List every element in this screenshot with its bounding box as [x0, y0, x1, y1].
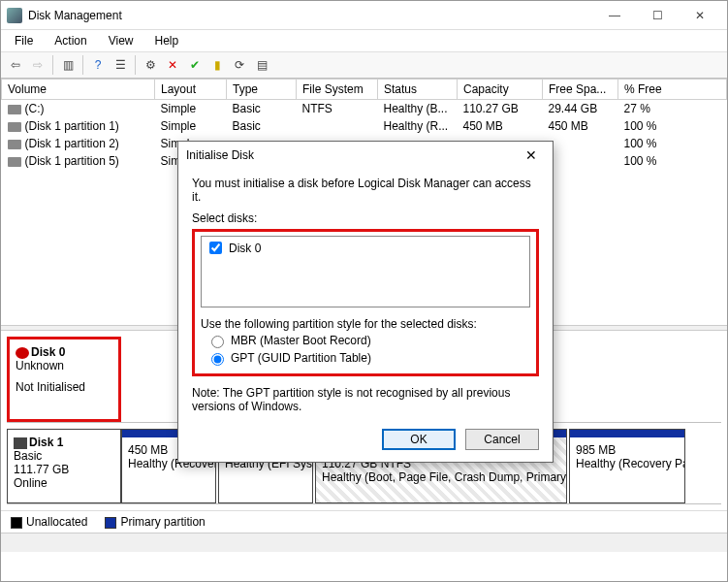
gpt-radio-row[interactable]: GPT (GUID Partition Table) — [206, 350, 530, 366]
properties-button[interactable]: ☰ — [110, 54, 131, 76]
legend-unalloc: Unallocated — [26, 515, 87, 529]
disk0-type: Unknown — [16, 359, 112, 372]
dialog-title: Initialise Disk — [186, 148, 518, 162]
col-layout[interactable]: Layout — [155, 80, 227, 100]
show-hide-button[interactable]: ▥ — [57, 54, 79, 76]
legend-unalloc-swatch — [11, 517, 22, 529]
check-button[interactable]: ✔ — [184, 54, 206, 76]
select-disks-label: Select disks: — [192, 211, 539, 225]
mbr-radio-row[interactable]: MBR (Master Boot Record) — [206, 333, 530, 348]
gpt-label: GPT (GUID Partition Table) — [231, 351, 371, 365]
disk0-info[interactable]: Disk 0 Unknown Not Initialised — [7, 337, 121, 422]
window-title: Disk Management — [28, 9, 593, 22]
help-button[interactable]: ? — [87, 54, 109, 76]
gpt-radio[interactable] — [211, 353, 224, 366]
menu-help[interactable]: Help — [145, 32, 189, 49]
back-button[interactable]: ⇦ — [5, 54, 26, 76]
ok-button[interactable]: OK — [382, 429, 456, 450]
mbr-label: MBR (Master Boot Record) — [231, 334, 371, 347]
col-fs[interactable]: File System — [297, 80, 378, 100]
disk1-size: 111.77 GB — [14, 463, 114, 476]
col-free[interactable]: Free Spa... — [543, 80, 618, 100]
disk1-type: Basic — [14, 449, 114, 463]
delete-button[interactable]: ✕ — [162, 54, 183, 76]
col-type[interactable]: Type — [227, 80, 297, 100]
dialog-red-frame: Disk 0 Use the following partition style… — [192, 229, 539, 376]
settings-button[interactable]: ⚙ — [140, 54, 161, 76]
menu-bar: File Action View Help — [1, 30, 727, 51]
table-row[interactable]: (C:)SimpleBasicNTFSHealthy (B...110.27 G… — [2, 100, 727, 118]
menu-file[interactable]: File — [5, 32, 43, 49]
disk1-info[interactable]: Disk 1 Basic 111.77 GB Online — [7, 429, 121, 503]
volume-icon — [8, 157, 21, 167]
menu-action[interactable]: Action — [45, 32, 96, 49]
divider — [135, 55, 136, 75]
close-button[interactable]: ✕ — [679, 2, 721, 29]
initialise-disk-dialog: Initialise Disk ✕ You must initialise a … — [177, 141, 554, 463]
disk-icon — [14, 437, 27, 449]
app-icon — [7, 8, 22, 23]
dialog-note: Note: The GPT partition style is not rec… — [192, 386, 539, 413]
col-status[interactable]: Status — [378, 80, 458, 100]
disk0-checkbox-row[interactable]: Disk 0 — [206, 239, 525, 257]
table-row[interactable]: (Disk 1 partition 1)SimpleBasicHealthy (… — [2, 117, 727, 135]
dialog-titlebar[interactable]: Initialise Disk ✕ — [178, 142, 553, 169]
cancel-button[interactable]: Cancel — [465, 429, 539, 450]
partition-style-label: Use the following partition style for th… — [201, 317, 530, 331]
list-button[interactable]: ▤ — [251, 54, 272, 76]
divider — [52, 55, 53, 75]
disk0-name: Disk 0 — [31, 345, 65, 359]
disk1-name: Disk 1 — [29, 436, 63, 449]
disk-select-list[interactable]: Disk 0 — [201, 236, 530, 307]
toolbar: ⇦ ⇨ ▥ ? ☰ ⚙ ✕ ✔ ▮ ⟳ ▤ — [1, 51, 727, 79]
dialog-message: You must initialise a disk before Logica… — [192, 177, 539, 204]
status-bar — [1, 533, 727, 552]
disk0-status: Not Initialised — [16, 380, 112, 394]
title-bar: Disk Management — ☐ ✕ — [1, 1, 727, 30]
legend: Unallocated Primary partition — [1, 510, 727, 533]
col-pct[interactable]: % Free — [618, 80, 727, 100]
volume-icon — [8, 122, 21, 132]
mbr-radio[interactable] — [211, 336, 224, 348]
disk-error-icon — [16, 347, 29, 359]
disk0-option-label: Disk 0 — [229, 242, 261, 255]
maximize-button[interactable]: ☐ — [636, 2, 679, 29]
menu-view[interactable]: View — [99, 32, 143, 49]
disk1-status: Online — [14, 476, 114, 490]
col-capacity[interactable]: Capacity — [458, 80, 543, 100]
legend-primary-swatch — [105, 517, 116, 529]
dialog-close-button[interactable]: ✕ — [518, 147, 545, 163]
new-button[interactable]: ▮ — [206, 54, 228, 76]
volume-icon — [8, 105, 21, 114]
divider — [82, 55, 83, 75]
partition[interactable]: 985 MBHealthy (Recovery Partition) — [569, 429, 685, 503]
minimize-button[interactable]: — — [593, 2, 636, 29]
legend-primary: Primary partition — [120, 515, 205, 529]
disk0-checkbox[interactable] — [209, 242, 222, 254]
col-volume[interactable]: Volume — [2, 80, 155, 100]
forward-button[interactable]: ⇨ — [27, 54, 48, 76]
volume-icon — [8, 140, 21, 149]
refresh-button[interactable]: ⟳ — [229, 54, 250, 76]
